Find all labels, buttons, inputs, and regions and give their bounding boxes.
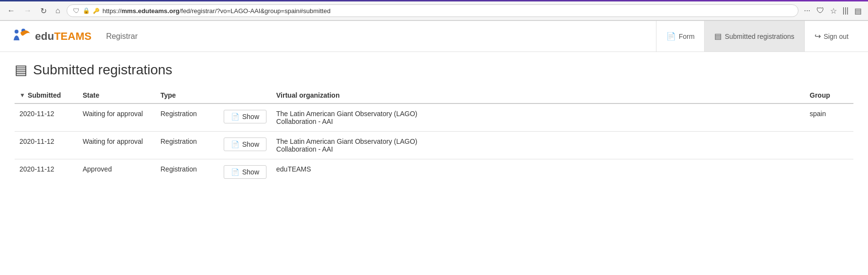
- cell-vo: eduTEAMS: [271, 159, 805, 185]
- form-label: Form: [679, 33, 695, 40]
- submitted-nav-item[interactable]: ▤ Submitted registrations: [704, 21, 804, 52]
- cell-show: 📄 Show: [219, 132, 271, 159]
- sidebar-icon[interactable]: ▤: [853, 5, 863, 17]
- cell-vo: The Latin American Giant Observatory (LA…: [271, 132, 805, 159]
- forward-button[interactable]: →: [21, 5, 34, 16]
- cell-type: Registration: [156, 132, 219, 159]
- page-title-icon: ▤: [15, 62, 27, 78]
- th-show: [219, 87, 271, 103]
- page-title: Submitted registrations: [33, 62, 172, 78]
- cell-submitted: 2020-11-12: [15, 103, 78, 132]
- svg-point-0: [15, 30, 18, 34]
- logo-svg: [10, 27, 33, 46]
- vo-sub: Collaboration - AAI: [276, 145, 800, 153]
- submitted-icon: ▤: [714, 32, 722, 41]
- vo-sub: Collaboration - AAI: [276, 118, 800, 125]
- th-group: Group: [805, 87, 853, 103]
- back-button[interactable]: ←: [5, 5, 18, 16]
- form-icon: 📄: [666, 32, 676, 41]
- th-state: State: [78, 87, 156, 103]
- key-icon: 🔑: [93, 8, 100, 14]
- reading-list-icon[interactable]: |||: [841, 5, 850, 17]
- bookmark-icon[interactable]: 🛡: [815, 5, 826, 17]
- cell-submitted: 2020-11-12: [15, 132, 78, 159]
- cell-vo: The Latin American Giant Observatory (LA…: [271, 103, 805, 132]
- cell-group: spain: [805, 103, 853, 132]
- signout-nav-item[interactable]: ↪ Sign out: [804, 21, 858, 52]
- show-button[interactable]: 📄 Show: [224, 165, 266, 179]
- cell-submitted: 2020-11-12: [15, 159, 78, 185]
- th-type: Type: [156, 87, 219, 103]
- cell-state: Approved: [78, 159, 156, 185]
- show-doc-icon: 📄: [231, 140, 239, 148]
- th-vo: Virtual organization: [271, 87, 805, 103]
- cell-group: [805, 132, 853, 159]
- cell-type: Registration: [156, 159, 219, 185]
- app-navbar: eduTEAMS Registrar 📄 Form ▤ Submitted re…: [0, 21, 868, 52]
- browser-chrome: ← → ↻ ⌂ 🛡 🔒 🔑 https://mms.eduteams.org/f…: [0, 1, 868, 21]
- nav-title: Registrar: [106, 32, 656, 41]
- home-button[interactable]: ⌂: [53, 5, 63, 16]
- cell-state: Waiting for approval: [78, 103, 156, 132]
- table-row: 2020-11-12 Waiting for approval Registra…: [15, 103, 853, 132]
- url-text: https://mms.eduteams.org/fed/registrar/?…: [103, 7, 793, 15]
- cell-state: Waiting for approval: [78, 132, 156, 159]
- th-submitted-label: Submitted: [28, 91, 61, 99]
- main-content: ▤ Submitted registrations ▼ Submitted St…: [0, 52, 868, 194]
- th-submitted[interactable]: ▼ Submitted: [15, 87, 78, 103]
- url-domain: mms.eduteams.org: [122, 7, 179, 15]
- address-bar[interactable]: 🛡 🔒 🔑 https://mms.eduteams.org/fed/regis…: [67, 4, 799, 17]
- show-doc-icon: 📄: [231, 113, 239, 120]
- show-btn-label: Show: [242, 168, 259, 176]
- page-title-area: ▤ Submitted registrations: [15, 62, 853, 78]
- refresh-button[interactable]: ↻: [38, 5, 49, 17]
- shield-icon: 🛡: [73, 7, 80, 15]
- browser-toolbar: ← → ↻ ⌂ 🛡 🔒 🔑 https://mms.eduteams.org/f…: [0, 1, 868, 20]
- table-row: 2020-11-12 Approved Registration 📄 Show …: [15, 159, 853, 185]
- logo-area[interactable]: eduTEAMS: [10, 27, 91, 46]
- sort-arrow-icon: ▼: [19, 92, 25, 99]
- show-btn-label: Show: [242, 140, 259, 148]
- vo-name: The Latin American Giant Observatory (LA…: [276, 110, 800, 118]
- browser-actions: ··· 🛡 ☆ ||| ▤: [802, 5, 863, 17]
- registrations-table: ▼ Submitted State Type Virtual organizat…: [15, 87, 853, 185]
- logo-edu: edu: [35, 30, 54, 42]
- show-button[interactable]: 📄 Show: [224, 110, 266, 123]
- lock-icon: 🔒: [83, 7, 90, 14]
- signout-icon: ↪: [815, 32, 821, 41]
- vo-name: The Latin American Giant Observatory (LA…: [276, 138, 800, 145]
- show-button[interactable]: 📄 Show: [224, 138, 266, 151]
- submitted-label: Submitted registrations: [725, 33, 794, 40]
- cell-type: Registration: [156, 103, 219, 132]
- star-icon[interactable]: ☆: [829, 5, 838, 17]
- cell-show: 📄 Show: [219, 103, 271, 132]
- nav-actions: 📄 Form ▤ Submitted registrations ↪ Sign …: [656, 21, 858, 52]
- signout-label: Sign out: [824, 33, 849, 40]
- show-btn-label: Show: [242, 113, 259, 120]
- more-button[interactable]: ···: [802, 5, 812, 17]
- cell-show: 📄 Show: [219, 159, 271, 185]
- logo-teams: TEAMS: [54, 30, 91, 42]
- vo-name: eduTEAMS: [276, 165, 800, 173]
- cell-group: [805, 159, 853, 185]
- logo-text: eduTEAMS: [35, 30, 91, 43]
- table-header-row: ▼ Submitted State Type Virtual organizat…: [15, 87, 853, 103]
- table-row: 2020-11-12 Waiting for approval Registra…: [15, 132, 853, 159]
- show-doc-icon: 📄: [231, 168, 239, 176]
- form-nav-item[interactable]: 📄 Form: [656, 21, 705, 52]
